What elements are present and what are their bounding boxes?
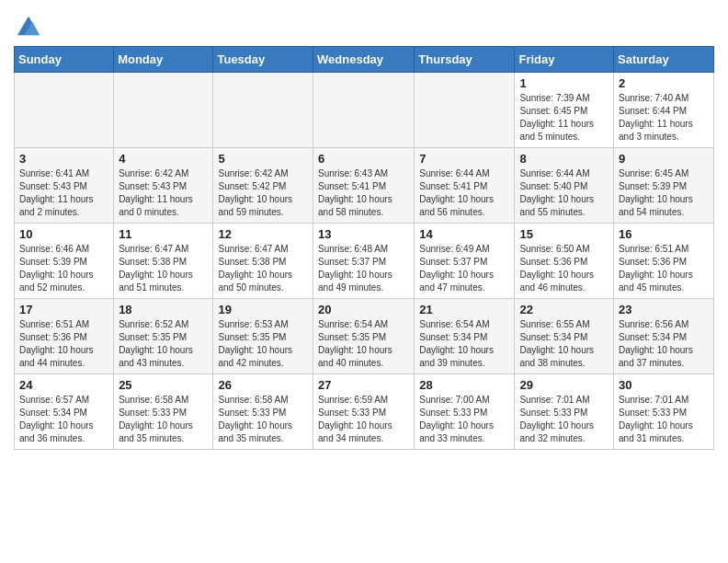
day-info: Sunrise: 6:54 AM Sunset: 5:35 PM Dayligh… <box>318 318 409 370</box>
calendar-day <box>213 73 313 148</box>
day-info: Sunrise: 6:47 AM Sunset: 5:38 PM Dayligh… <box>119 243 208 294</box>
day-info: Sunrise: 6:43 AM Sunset: 5:41 PM Dayligh… <box>318 167 409 219</box>
calendar-day: 18Sunrise: 6:52 AM Sunset: 5:35 PM Dayli… <box>114 299 213 374</box>
calendar-day: 20Sunrise: 6:54 AM Sunset: 5:35 PM Dayli… <box>313 299 415 374</box>
day-number: 7 <box>419 152 509 166</box>
calendar-day: 11Sunrise: 6:47 AM Sunset: 5:38 PM Dayli… <box>114 224 213 299</box>
day-info: Sunrise: 6:51 AM Sunset: 5:36 PM Dayligh… <box>19 318 108 370</box>
day-number: 10 <box>19 227 108 241</box>
day-number: 16 <box>619 227 709 241</box>
calendar-day: 16Sunrise: 6:51 AM Sunset: 5:36 PM Dayli… <box>614 224 714 299</box>
calendar-day: 9Sunrise: 6:45 AM Sunset: 5:39 PM Daylig… <box>614 148 714 224</box>
day-info: Sunrise: 6:46 AM Sunset: 5:39 PM Dayligh… <box>19 243 108 294</box>
day-number: 29 <box>519 378 609 392</box>
day-number: 5 <box>218 152 308 166</box>
day-number: 21 <box>419 303 509 316</box>
calendar-week-row: 17Sunrise: 6:51 AM Sunset: 5:36 PM Dayli… <box>15 299 714 374</box>
day-info: Sunrise: 6:41 AM Sunset: 5:43 PM Dayligh… <box>19 167 108 219</box>
calendar-day: 5Sunrise: 6:42 AM Sunset: 5:42 PM Daylig… <box>213 148 313 224</box>
day-info: Sunrise: 6:49 AM Sunset: 5:37 PM Dayligh… <box>419 243 509 294</box>
day-info: Sunrise: 6:58 AM Sunset: 5:33 PM Dayligh… <box>218 394 308 445</box>
day-info: Sunrise: 7:00 AM Sunset: 5:33 PM Dayligh… <box>419 394 509 445</box>
logo-icon <box>16 13 41 39</box>
day-number: 20 <box>318 303 409 316</box>
day-info: Sunrise: 6:47 AM Sunset: 5:38 PM Dayligh… <box>218 243 308 294</box>
calendar-week-row: 10Sunrise: 6:46 AM Sunset: 5:39 PM Dayli… <box>15 224 714 299</box>
day-number: 22 <box>519 303 609 316</box>
logo <box>14 13 41 39</box>
calendar: SundayMondayTuesdayWednesdayThursdayFrid… <box>14 46 714 450</box>
calendar-day: 24Sunrise: 6:57 AM Sunset: 5:34 PM Dayli… <box>15 374 114 450</box>
day-info: Sunrise: 6:45 AM Sunset: 5:39 PM Dayligh… <box>619 167 709 219</box>
page: SundayMondayTuesdayWednesdayThursdayFrid… <box>0 0 728 464</box>
calendar-day: 21Sunrise: 6:54 AM Sunset: 5:34 PM Dayli… <box>415 299 515 374</box>
calendar-day: 13Sunrise: 6:48 AM Sunset: 5:37 PM Dayli… <box>313 224 415 299</box>
calendar-week-row: 1Sunrise: 7:39 AM Sunset: 6:45 PM Daylig… <box>15 73 714 148</box>
day-number: 28 <box>419 378 509 392</box>
weekday-header: Monday <box>114 47 213 73</box>
day-info: Sunrise: 6:50 AM Sunset: 5:36 PM Dayligh… <box>519 243 609 294</box>
calendar-day: 25Sunrise: 6:58 AM Sunset: 5:33 PM Dayli… <box>114 374 213 450</box>
weekday-header: Friday <box>515 47 614 73</box>
day-info: Sunrise: 7:39 AM Sunset: 6:45 PM Dayligh… <box>519 92 609 144</box>
calendar-day: 22Sunrise: 6:55 AM Sunset: 5:34 PM Dayli… <box>515 299 614 374</box>
day-info: Sunrise: 6:48 AM Sunset: 5:37 PM Dayligh… <box>318 243 409 294</box>
calendar-day <box>313 73 415 148</box>
calendar-day: 28Sunrise: 7:00 AM Sunset: 5:33 PM Dayli… <box>415 374 515 450</box>
day-number: 11 <box>119 227 208 241</box>
day-number: 17 <box>19 303 108 316</box>
calendar-week-row: 24Sunrise: 6:57 AM Sunset: 5:34 PM Dayli… <box>15 374 714 450</box>
day-number: 15 <box>519 227 609 241</box>
day-number: 6 <box>318 152 409 166</box>
weekday-header: Tuesday <box>213 47 313 73</box>
day-info: Sunrise: 6:44 AM Sunset: 5:41 PM Dayligh… <box>419 167 509 219</box>
day-number: 19 <box>218 303 308 316</box>
day-info: Sunrise: 6:44 AM Sunset: 5:40 PM Dayligh… <box>519 167 609 219</box>
day-number: 26 <box>218 378 308 392</box>
calendar-header-row: SundayMondayTuesdayWednesdayThursdayFrid… <box>15 47 714 73</box>
day-number: 1 <box>519 76 609 90</box>
day-number: 4 <box>119 152 208 166</box>
calendar-day: 19Sunrise: 6:53 AM Sunset: 5:35 PM Dayli… <box>213 299 313 374</box>
weekday-header: Saturday <box>614 47 714 73</box>
day-info: Sunrise: 6:52 AM Sunset: 5:35 PM Dayligh… <box>119 318 208 370</box>
day-number: 9 <box>619 152 709 166</box>
weekday-header: Thursday <box>415 47 515 73</box>
day-number: 13 <box>318 227 409 241</box>
header <box>14 9 714 39</box>
weekday-header: Wednesday <box>313 47 415 73</box>
calendar-week-row: 3Sunrise: 6:41 AM Sunset: 5:43 PM Daylig… <box>15 148 714 224</box>
day-info: Sunrise: 6:42 AM Sunset: 5:42 PM Dayligh… <box>218 167 308 219</box>
calendar-day: 8Sunrise: 6:44 AM Sunset: 5:40 PM Daylig… <box>515 148 614 224</box>
day-info: Sunrise: 6:54 AM Sunset: 5:34 PM Dayligh… <box>419 318 509 370</box>
day-number: 3 <box>19 152 108 166</box>
day-number: 30 <box>619 378 709 392</box>
day-number: 18 <box>119 303 208 316</box>
day-info: Sunrise: 6:55 AM Sunset: 5:34 PM Dayligh… <box>519 318 609 370</box>
day-number: 8 <box>519 152 609 166</box>
day-info: Sunrise: 6:42 AM Sunset: 5:43 PM Dayligh… <box>119 167 208 219</box>
calendar-day: 7Sunrise: 6:44 AM Sunset: 5:41 PM Daylig… <box>415 148 515 224</box>
calendar-day <box>415 73 515 148</box>
day-info: Sunrise: 6:51 AM Sunset: 5:36 PM Dayligh… <box>619 243 709 294</box>
day-number: 25 <box>119 378 208 392</box>
calendar-day: 26Sunrise: 6:58 AM Sunset: 5:33 PM Dayli… <box>213 374 313 450</box>
day-info: Sunrise: 6:57 AM Sunset: 5:34 PM Dayligh… <box>19 394 108 445</box>
calendar-day: 12Sunrise: 6:47 AM Sunset: 5:38 PM Dayli… <box>213 224 313 299</box>
day-info: Sunrise: 6:59 AM Sunset: 5:33 PM Dayligh… <box>318 394 409 445</box>
calendar-day: 23Sunrise: 6:56 AM Sunset: 5:34 PM Dayli… <box>614 299 714 374</box>
day-info: Sunrise: 7:01 AM Sunset: 5:33 PM Dayligh… <box>519 394 609 445</box>
calendar-day <box>15 73 114 148</box>
calendar-day: 30Sunrise: 7:01 AM Sunset: 5:33 PM Dayli… <box>614 374 714 450</box>
calendar-day <box>114 73 213 148</box>
weekday-header: Sunday <box>15 47 114 73</box>
day-number: 24 <box>19 378 108 392</box>
calendar-day: 4Sunrise: 6:42 AM Sunset: 5:43 PM Daylig… <box>114 148 213 224</box>
calendar-day: 17Sunrise: 6:51 AM Sunset: 5:36 PM Dayli… <box>15 299 114 374</box>
day-info: Sunrise: 7:01 AM Sunset: 5:33 PM Dayligh… <box>619 394 709 445</box>
calendar-day: 15Sunrise: 6:50 AM Sunset: 5:36 PM Dayli… <box>515 224 614 299</box>
day-number: 2 <box>619 76 709 90</box>
calendar-day: 1Sunrise: 7:39 AM Sunset: 6:45 PM Daylig… <box>515 73 614 148</box>
calendar-day: 10Sunrise: 6:46 AM Sunset: 5:39 PM Dayli… <box>15 224 114 299</box>
calendar-day: 6Sunrise: 6:43 AM Sunset: 5:41 PM Daylig… <box>313 148 415 224</box>
